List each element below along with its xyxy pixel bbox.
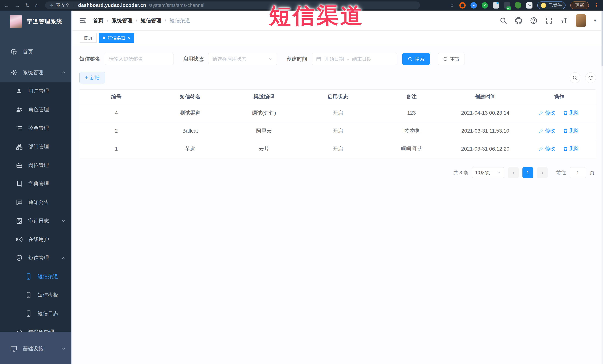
chat-icon: [16, 199, 23, 206]
sidebar-item-label: 部门管理: [28, 143, 49, 150]
table-header-row: 编号 短信签名 渠道编码 启用状态 备注 创建时间 操作: [80, 89, 596, 104]
tab-close-icon[interactable]: ×: [128, 36, 130, 40]
sidebar-item-infrastructure[interactable]: 基础设施: [0, 339, 72, 358]
bookmark-star-icon[interactable]: ☆: [450, 2, 454, 9]
extension-icon-3[interactable]: ✓: [482, 2, 488, 9]
fullscreen-icon[interactable]: [545, 17, 553, 24]
delete-label: 删除: [569, 127, 579, 134]
next-page-button[interactable]: ›: [537, 167, 548, 178]
search-button[interactable]: 搜索: [402, 53, 430, 65]
trash-icon: [563, 146, 568, 151]
sidebar-item-notice[interactable]: 通知公告: [0, 193, 72, 211]
delete-link[interactable]: 删除: [563, 145, 579, 152]
chrome-update-button[interactable]: 更新: [570, 1, 589, 9]
sign-input[interactable]: 请输入短信签名: [105, 53, 174, 65]
sidebar-item-sms-log[interactable]: 短信日志: [0, 304, 72, 323]
breadcrumb-system[interactable]: 系统管理: [112, 17, 132, 24]
browser-home-icon[interactable]: ⌂: [35, 3, 38, 8]
sidebar-item-sms[interactable]: 短信管理: [0, 249, 72, 267]
sidebar-item-home[interactable]: 首页: [0, 43, 72, 61]
edit-link[interactable]: 修改: [539, 127, 555, 134]
browser-reload-icon[interactable]: ↻: [25, 3, 30, 8]
sidebar-item-dict[interactable]: 字典管理: [0, 175, 72, 193]
prev-page-button[interactable]: ‹: [508, 167, 519, 178]
extensions-puzzle-icon[interactable]: ⚩: [526, 2, 533, 9]
extension-icon-4[interactable]: [493, 2, 499, 9]
cell-created: 2021-03-31 06:12:20: [448, 140, 522, 158]
sidebar-logo-row[interactable]: 芋道管理系统: [0, 11, 72, 33]
date-range-picker[interactable]: 开始日期 - 结束日期: [312, 53, 397, 65]
browser-forward-icon[interactable]: →: [14, 3, 20, 8]
sidebar-item-roles[interactable]: 角色管理: [0, 100, 72, 119]
search-icon[interactable]: [500, 17, 507, 24]
sidebar-scrollbar[interactable]: [71, 11, 72, 364]
tab-home[interactable]: 首页: [80, 33, 96, 43]
sidebar-item-departments[interactable]: 部门管理: [0, 137, 72, 156]
page-size-value: 10条/页: [475, 170, 490, 176]
pencil-icon: [539, 146, 544, 151]
sidebar-item-users[interactable]: 用户管理: [0, 82, 72, 100]
page-scrollbar[interactable]: [602, 11, 603, 364]
col-created: 创建时间: [448, 89, 522, 104]
breadcrumb-home[interactable]: 首页: [93, 17, 104, 24]
tag-view-bar: 首页 短信渠道 ×: [72, 31, 603, 45]
help-icon[interactable]: [530, 17, 537, 24]
phone-icon: [25, 273, 32, 280]
goto-page-input[interactable]: 1: [569, 167, 586, 178]
delete-link[interactable]: 删除: [563, 127, 579, 134]
avatar-caret-icon[interactable]: ▾: [594, 18, 596, 23]
security-warning-icon[interactable]: ⚠: [49, 3, 54, 8]
sidebar-item-label: 首页: [23, 48, 33, 55]
extension-icon-2[interactable]: ●: [471, 2, 477, 9]
profile-paused-chip[interactable]: 已暂停: [537, 1, 566, 9]
cell-id: 1: [80, 140, 153, 158]
shield-icon: [16, 254, 23, 261]
scrollbar-thumb[interactable]: [602, 11, 603, 66]
browser-menu-icon[interactable]: ⋮: [594, 2, 599, 9]
delete-link[interactable]: 删除: [563, 110, 579, 116]
breadcrumb-separator: /: [136, 18, 137, 23]
github-icon[interactable]: [515, 17, 522, 24]
sidebar-submenu-system: 用户管理 角色管理 菜单管理 部门管理 岗位管理 字典管理: [0, 82, 72, 341]
font-size-icon[interactable]: [560, 17, 568, 24]
paused-label: 已暂停: [548, 2, 562, 8]
search-button-label: 搜索: [415, 56, 424, 62]
sidebar-item-online-users[interactable]: 在线用户: [0, 230, 72, 249]
navbar-actions: ▾: [500, 14, 596, 27]
status-select[interactable]: 请选择启用状态: [208, 53, 277, 65]
status-placeholder: 请选择启用状态: [212, 56, 246, 62]
sidebar-item-sms-channel[interactable]: 短信渠道: [0, 267, 72, 286]
sidebar-item-menus[interactable]: 菜单管理: [0, 119, 72, 137]
sidebar-item-system[interactable]: 系统管理: [0, 63, 72, 82]
refresh-table-button[interactable]: [585, 72, 596, 83]
date-range-separator: -: [347, 56, 349, 62]
delete-label: 删除: [569, 145, 579, 152]
breadcrumb-sms[interactable]: 短信管理: [141, 17, 162, 24]
toggle-search-button[interactable]: [569, 72, 580, 83]
add-button[interactable]: + 新增: [80, 72, 105, 83]
reset-button[interactable]: 重置: [438, 53, 465, 65]
tab-label: 首页: [84, 35, 93, 41]
cell-id: 4: [80, 104, 153, 122]
sidebar-item-audit-log[interactable]: 审计日志: [0, 211, 72, 230]
cell-code: 云片: [227, 140, 301, 158]
edit-link[interactable]: 修改: [539, 110, 555, 116]
app-logo-image: [10, 15, 22, 28]
edit-link[interactable]: 修改: [539, 145, 555, 152]
extension-icon-6[interactable]: [515, 2, 521, 9]
address-bar[interactable]: ⚠ 不安全 dashboard.yudao.iocoder.cn /system…: [45, 1, 420, 9]
goto-label: 前往: [556, 169, 566, 176]
sidebar-item-posts[interactable]: 岗位管理: [0, 156, 72, 175]
extension-icon-5[interactable]: [504, 2, 510, 9]
page-size-select[interactable]: 10条/页: [472, 167, 504, 178]
sidebar-item-sms-template[interactable]: 短信模板: [0, 286, 72, 304]
extension-icon-1[interactable]: [459, 2, 466, 9]
page-number-1[interactable]: 1: [522, 167, 533, 178]
browser-back-icon[interactable]: ←: [4, 3, 9, 8]
sidebar-item-label: 通知公告: [28, 199, 49, 206]
plus-icon: +: [85, 75, 88, 80]
user-avatar[interactable]: [576, 14, 586, 27]
sidebar-collapse-icon[interactable]: [79, 17, 86, 24]
cell-status: 开启: [301, 140, 375, 158]
tab-sms-channel[interactable]: 短信渠道 ×: [99, 33, 134, 43]
